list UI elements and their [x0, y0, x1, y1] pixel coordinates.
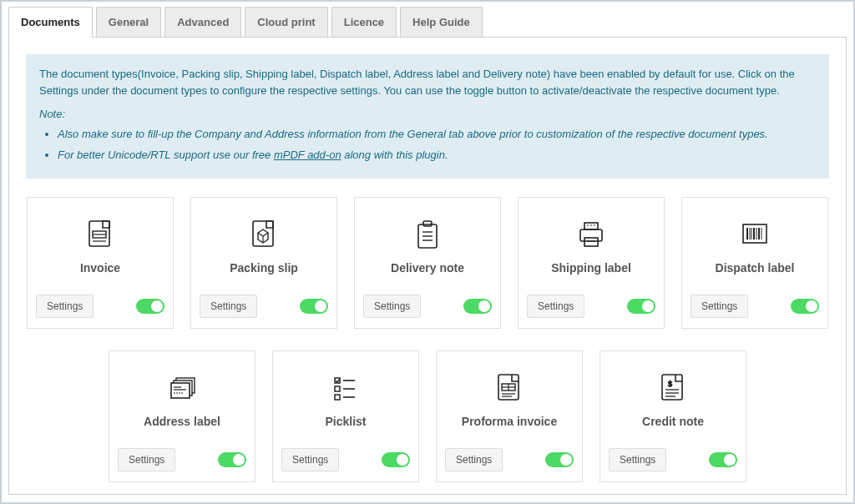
- document-cards-wrapper: InvoiceSettingsPacking slipSettingsDeliv…: [26, 197, 829, 482]
- document-card-dispatch-label: Dispatch labelSettings: [681, 197, 828, 329]
- toggle-invoice[interactable]: [136, 299, 164, 314]
- document-card-address-label: Address labelSettings: [109, 350, 255, 482]
- tab-documents[interactable]: Documents: [8, 7, 93, 38]
- info-box: The document types(Invoice, Packing slip…: [26, 54, 829, 179]
- dispatch-label-icon: [739, 213, 771, 256]
- toggle-knob: [151, 300, 163, 312]
- info-intro: The document types(Invoice, Packing slip…: [39, 66, 816, 99]
- delivery-note-icon: [412, 213, 443, 256]
- document-title: Shipping label: [551, 261, 631, 275]
- toggle-credit-note[interactable]: [709, 452, 737, 467]
- document-card-invoice: InvoiceSettings: [27, 197, 174, 329]
- document-card-credit-note: Credit noteSettings: [600, 350, 746, 482]
- document-cards-row-2: Address labelSettingsPicklistSettingsPro…: [109, 350, 746, 482]
- document-title: Proforma invoice: [462, 415, 557, 428]
- credit-note-icon: [657, 366, 689, 410]
- app-container: DocumentsGeneralAdvancedCloud printLicen…: [0, 0, 855, 504]
- invoice-icon: [84, 213, 116, 256]
- info-bullet-1: Also make sure to fill-up the Company an…: [58, 126, 816, 143]
- info-bullet-2-suffix: along with this plugin.: [341, 149, 448, 161]
- packing-slip-icon: [248, 213, 280, 256]
- tab-general[interactable]: General: [96, 7, 161, 37]
- document-card-footer: Settings: [527, 295, 655, 318]
- toggle-delivery-note[interactable]: [463, 299, 492, 314]
- document-card-shipping-label: Shipping labelSettings: [518, 197, 665, 329]
- toggle-knob: [724, 454, 736, 466]
- document-title: Delivery note: [391, 261, 464, 275]
- tab-licence[interactable]: Licence: [331, 7, 397, 37]
- proforma-invoice-icon: [493, 366, 525, 410]
- mpdf-addon-link[interactable]: mPDF add-on: [274, 149, 341, 161]
- document-title: Invoice: [80, 261, 120, 275]
- toggle-knob: [397, 454, 408, 466]
- toggle-knob: [478, 300, 490, 312]
- toggle-knob: [642, 300, 654, 312]
- tab-advanced[interactable]: Advanced: [164, 7, 241, 37]
- document-card-footer: Settings: [281, 448, 410, 471]
- tab-cloud-print[interactable]: Cloud print: [245, 7, 327, 37]
- toggle-dispatch-label[interactable]: [791, 299, 819, 314]
- picklist-icon: [330, 366, 362, 410]
- toggle-shipping-label[interactable]: [627, 299, 655, 314]
- document-title: Picklist: [325, 415, 366, 428]
- toggle-proforma-invoice[interactable]: [545, 452, 574, 467]
- toggle-packing-slip[interactable]: [300, 299, 328, 314]
- settings-button-delivery-note[interactable]: Settings: [363, 295, 421, 318]
- settings-button-address-label[interactable]: Settings: [118, 448, 175, 471]
- toggle-picklist[interactable]: [382, 452, 410, 467]
- document-card-footer: Settings: [609, 448, 737, 471]
- document-card-delivery-note: Delivery noteSettings: [354, 197, 501, 329]
- document-card-footer: Settings: [445, 448, 574, 471]
- document-title: Credit note: [642, 415, 704, 428]
- document-card-footer: Settings: [36, 295, 164, 318]
- document-card-footer: Settings: [363, 295, 492, 318]
- info-note-label: Note:: [39, 106, 816, 123]
- settings-button-picklist[interactable]: Settings: [281, 448, 339, 471]
- document-card-picklist: PicklistSettings: [272, 350, 419, 482]
- info-bullet-2: For better Unicode/RTL support use our f…: [58, 147, 816, 164]
- info-bullet-2-prefix: For better Unicode/RTL support use our f…: [58, 149, 274, 161]
- document-title: Address label: [144, 415, 220, 428]
- toggle-knob: [315, 300, 326, 312]
- document-title: Dispatch label: [716, 261, 795, 275]
- settings-button-invoice[interactable]: Settings: [36, 295, 94, 318]
- settings-button-packing-slip[interactable]: Settings: [200, 295, 257, 318]
- settings-button-proforma-invoice[interactable]: Settings: [445, 448, 503, 471]
- toggle-knob: [233, 454, 245, 466]
- toggle-knob: [560, 454, 572, 466]
- settings-button-shipping-label[interactable]: Settings: [527, 295, 584, 318]
- document-card-footer: Settings: [118, 448, 246, 471]
- tab-help-guide[interactable]: Help Guide: [400, 7, 483, 37]
- document-card-proforma-invoice: Proforma invoiceSettings: [436, 350, 583, 482]
- document-card-footer: Settings: [200, 295, 328, 318]
- toggle-address-label[interactable]: [218, 452, 246, 467]
- document-cards-row-1: InvoiceSettingsPacking slipSettingsDeliv…: [27, 197, 828, 329]
- settings-button-credit-note[interactable]: Settings: [609, 448, 666, 471]
- address-label-icon: [166, 366, 198, 410]
- toggle-knob: [806, 300, 817, 312]
- settings-button-dispatch-label[interactable]: Settings: [691, 295, 748, 318]
- tab-content: The document types(Invoice, Packing slip…: [8, 38, 847, 495]
- document-title: Packing slip: [230, 261, 298, 275]
- tab-bar: DocumentsGeneralAdvancedCloud printLicen…: [8, 7, 847, 38]
- shipping-label-icon: [575, 213, 607, 256]
- document-card-footer: Settings: [691, 295, 819, 318]
- document-card-packing-slip: Packing slipSettings: [190, 197, 337, 329]
